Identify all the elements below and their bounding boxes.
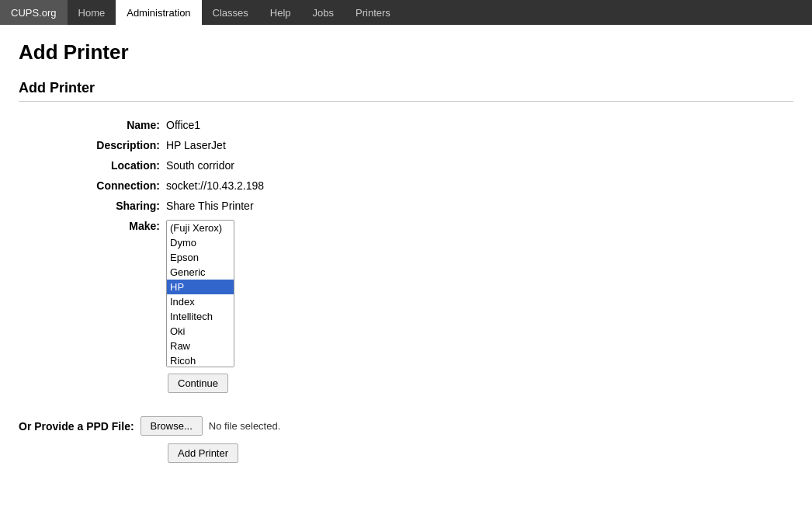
make-select[interactable]: (Fuji Xerox)DymoEpsonGenericHPIndexIntel…	[166, 220, 234, 367]
nav-item-jobs[interactable]: Jobs	[302, 0, 345, 25]
nav-item-administration[interactable]: Administration	[116, 0, 201, 25]
location-value: South corridor	[166, 158, 234, 172]
sharing-row: Sharing: Share This Printer	[19, 198, 793, 212]
section-title: Add Printer	[19, 80, 793, 102]
add-printer-section: Add Printer	[168, 443, 793, 463]
nav-item-classes[interactable]: Classes	[202, 0, 259, 25]
description-value: HP LaserJet	[166, 137, 226, 151]
nav-item-cups-org[interactable]: CUPS.org	[0, 0, 68, 25]
make-label: Make:	[19, 218, 166, 367]
sharing-value: Share This Printer	[166, 198, 254, 212]
location-label: Location:	[19, 158, 166, 172]
page-content: Add Printer Add Printer Name: Office1 De…	[0, 25, 812, 478]
no-file-text: No file selected.	[209, 420, 281, 432]
nav-item-printers[interactable]: Printers	[345, 0, 401, 25]
nav-item-home[interactable]: Home	[68, 0, 116, 25]
connection-label: Connection:	[19, 178, 166, 192]
location-row: Location: South corridor	[19, 158, 793, 172]
add-printer-button[interactable]: Add Printer	[168, 443, 238, 463]
continue-section: Continue	[168, 374, 793, 393]
page-title: Add Printer	[19, 40, 793, 64]
continue-button[interactable]: Continue	[168, 374, 228, 393]
connection-value: socket://10.43.2.198	[166, 178, 264, 192]
sharing-label: Sharing:	[19, 198, 166, 212]
description-label: Description:	[19, 137, 166, 151]
make-row: Make: (Fuji Xerox)DymoEpsonGenericHPInde…	[19, 218, 793, 367]
description-row: Description: HP LaserJet	[19, 137, 793, 151]
connection-row: Connection: socket://10.43.2.198	[19, 178, 793, 192]
nav-item-help[interactable]: Help	[259, 0, 302, 25]
ppd-section: Or Provide a PPD File: Browse... No file…	[19, 416, 793, 436]
browse-button[interactable]: Browse...	[141, 416, 203, 436]
name-value: Office1	[166, 117, 200, 131]
navigation-bar: CUPS.orgHomeAdministrationClassesHelpJob…	[0, 0, 812, 25]
ppd-label: Or Provide a PPD File:	[19, 420, 134, 433]
name-label: Name:	[19, 117, 166, 131]
name-row: Name: Office1	[19, 117, 793, 131]
make-value: (Fuji Xerox)DymoEpsonGenericHPIndexIntel…	[166, 218, 234, 367]
